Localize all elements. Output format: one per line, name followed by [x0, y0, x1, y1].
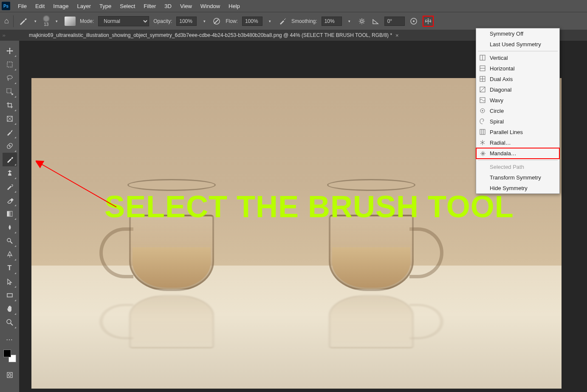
- symmetry-spiral[interactable]: Spiral: [476, 116, 559, 127]
- smoothing-dropdown[interactable]: ▾: [346, 17, 353, 25]
- close-tab-icon[interactable]: ×: [395, 32, 399, 39]
- overlay-text: SELECT THE BRUSH TOOL: [104, 189, 514, 224]
- brush-preset-dropdown[interactable]: ▾: [54, 17, 60, 25]
- flow-dropdown[interactable]: ▾: [267, 17, 274, 25]
- menu-layer[interactable]: Layer: [73, 1, 96, 11]
- menu-type[interactable]: Type: [95, 1, 116, 11]
- dodge-tool[interactable]: [3, 234, 17, 248]
- symmetry-off[interactable]: Symmetry Off: [476, 28, 559, 39]
- zoom-tool[interactable]: [3, 316, 17, 329]
- symmetry-vertical[interactable]: Vertical: [476, 53, 559, 63]
- brush-preview[interactable]: 13: [43, 16, 49, 27]
- document-tab[interactable]: majkinio69_ultrarealistic_illustration_s…: [25, 31, 402, 40]
- svg-point-1: [284, 19, 285, 20]
- svg-rect-11: [7, 211, 12, 216]
- tool-preset-dropdown[interactable]: ▾: [32, 17, 39, 25]
- quick-select-tool[interactable]: [3, 85, 17, 98]
- svg-rect-8: [7, 89, 11, 93]
- pen-tool[interactable]: [3, 248, 17, 261]
- brush-size-label: 13: [44, 22, 48, 27]
- menu-image[interactable]: Image: [49, 1, 73, 11]
- rectangle-tool[interactable]: [3, 288, 17, 302]
- clone-stamp-tool[interactable]: [3, 166, 17, 180]
- quick-mask-icon[interactable]: [3, 368, 17, 382]
- symmetry-mandala[interactable]: Mandala…: [476, 148, 560, 159]
- blend-mode-select[interactable]: Normal: [98, 16, 149, 26]
- menu-window[interactable]: Window: [196, 1, 224, 11]
- menu-select[interactable]: Select: [116, 1, 139, 11]
- cup-left-reflection: [112, 295, 231, 372]
- radial-icon: [480, 140, 485, 146]
- eyedropper-tool[interactable]: [3, 126, 17, 139]
- type-tool[interactable]: T: [3, 261, 17, 275]
- document-title: majkinio69_ultrarealistic_illustration_s…: [29, 32, 392, 38]
- svg-point-3: [361, 20, 363, 22]
- symmetry-last-used[interactable]: Last Used Symmetry: [476, 39, 559, 50]
- pressure-size-icon[interactable]: [409, 17, 418, 26]
- symmetry-diagonal[interactable]: Diagonal: [476, 84, 559, 95]
- frame-tool[interactable]: [3, 112, 17, 126]
- healing-tool[interactable]: [3, 139, 17, 153]
- home-icon[interactable]: ⌂: [4, 17, 9, 25]
- tool-panel: T ⋯: [0, 41, 20, 392]
- flow-input[interactable]: [242, 17, 262, 26]
- symmetry-parallel[interactable]: Parallel Lines: [476, 127, 559, 137]
- brush-dot-icon: [43, 16, 49, 22]
- mandala-icon: [480, 151, 486, 157]
- svg-point-29: [482, 110, 483, 112]
- smoothing-input[interactable]: [322, 17, 342, 26]
- vertical-icon: [480, 55, 485, 61]
- svg-point-5: [413, 20, 415, 22]
- svg-rect-15: [7, 372, 12, 378]
- symmetry-transform[interactable]: Transform Symmetry: [476, 172, 559, 183]
- spiral-icon: [480, 118, 485, 124]
- menu-file[interactable]: File: [14, 1, 31, 11]
- symmetry-menu: Symmetry Off Last Used Symmetry Vertical…: [476, 28, 560, 194]
- symmetry-hide[interactable]: Hide Symmetry: [476, 183, 559, 193]
- tab-handle-icon[interactable]: ››: [3, 33, 6, 38]
- menu-filter[interactable]: Filter: [139, 1, 160, 11]
- symmetry-radial[interactable]: Radial…: [476, 137, 559, 148]
- marquee-tool[interactable]: [3, 58, 17, 71]
- flow-label: Flow:: [226, 18, 238, 24]
- brush-tool[interactable]: [3, 153, 17, 166]
- smoothing-options-gear-icon[interactable]: [357, 17, 367, 26]
- opacity-dropdown[interactable]: ▾: [201, 17, 208, 25]
- symmetry-horizontal[interactable]: Horizontal: [476, 63, 559, 74]
- symmetry-wavy[interactable]: Wavy: [476, 95, 559, 106]
- symmetry-circle[interactable]: Circle: [476, 106, 559, 116]
- history-brush-tool[interactable]: [3, 180, 17, 193]
- lasso-tool[interactable]: [3, 71, 17, 85]
- brush-tool-indicator-icon[interactable]: [18, 16, 28, 26]
- gradient-tool[interactable]: [3, 207, 17, 221]
- angle-input[interactable]: [384, 17, 405, 26]
- eraser-tool[interactable]: [3, 193, 17, 207]
- menu-help[interactable]: Help: [224, 1, 244, 11]
- menu-view[interactable]: View: [176, 1, 196, 11]
- blur-tool[interactable]: [3, 221, 17, 234]
- wavy-icon: [480, 97, 485, 103]
- opacity-input[interactable]: [176, 17, 197, 26]
- path-select-tool[interactable]: [3, 275, 17, 288]
- symmetry-butterfly-icon[interactable]: [423, 16, 434, 27]
- move-tool[interactable]: [3, 44, 17, 58]
- crop-tool[interactable]: [3, 98, 17, 112]
- mode-label: Mode:: [80, 18, 94, 24]
- color-swatches[interactable]: [3, 350, 16, 362]
- foreground-color-swatch[interactable]: [3, 350, 11, 357]
- svg-line-26: [480, 87, 485, 92]
- horizontal-icon: [480, 65, 485, 71]
- photoshop-icon: Ps: [2, 2, 10, 10]
- svg-rect-30: [480, 129, 485, 134]
- svg-point-16: [8, 374, 11, 376]
- pressure-opacity-icon[interactable]: [212, 17, 221, 26]
- edit-toolbar-icon[interactable]: ⋯: [3, 333, 17, 346]
- hand-tool[interactable]: [3, 302, 17, 316]
- svg-point-12: [7, 238, 11, 242]
- menu-3d[interactable]: 3D: [160, 1, 176, 11]
- angle-icon: [371, 17, 380, 26]
- brush-panel-toggle-icon[interactable]: [65, 17, 76, 26]
- symmetry-dual-axis[interactable]: Dual Axis: [476, 74, 559, 84]
- airbrush-icon[interactable]: [278, 17, 287, 26]
- menu-edit[interactable]: Edit: [31, 1, 49, 11]
